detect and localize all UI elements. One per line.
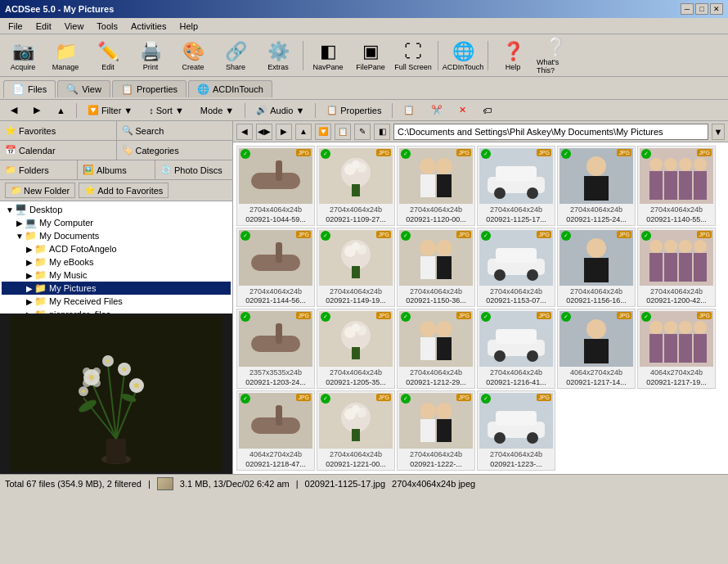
tree-my-music[interactable]: ▶ 📁 My Music xyxy=(2,268,231,282)
categories-tab[interactable]: 🏷️ Categories xyxy=(117,141,233,160)
toolbar-small-btn-3[interactable]: ▶ xyxy=(276,124,292,140)
nav-back-button[interactable]: ◀ xyxy=(3,102,25,118)
minimize-button[interactable]: ─ xyxy=(681,3,694,15)
maximize-button[interactable]: □ xyxy=(695,3,708,15)
list-item[interactable]: ✓ JPG 2704x4064x24b 020921-1140-55... xyxy=(637,146,716,226)
copy-button[interactable]: 📋 xyxy=(396,102,422,118)
calendar-tab[interactable]: 📅 Calendar xyxy=(0,141,117,160)
list-item[interactable]: ✓ JPG 2704x4064x24b 020921-1149-19... xyxy=(317,228,395,308)
help-button[interactable]: ❓ Help xyxy=(493,38,533,74)
tab-acdintouch[interactable]: 🌐 ACDInTouch xyxy=(188,80,272,97)
list-item[interactable]: ✓ JPG 4064x2704x24b 020921-1217-19... xyxy=(637,309,716,389)
toolbar-small-btn-6[interactable]: 📋 xyxy=(335,124,351,140)
menu-edit[interactable]: Edit xyxy=(31,20,56,33)
list-item[interactable]: ✓ JPG 2704x4064x24b 020921-1125-24... xyxy=(557,146,636,226)
address-input[interactable] xyxy=(393,124,708,140)
toolbar-small-btn-8[interactable]: ◧ xyxy=(374,124,390,140)
thumb-filename: 020921-1125-24... xyxy=(566,215,627,223)
tab-view[interactable]: 🔍 View xyxy=(57,80,110,97)
list-item[interactable]: ✓ JPG 4064x2704x24b 020921-1217-14... xyxy=(557,309,636,389)
favorites-tab[interactable]: ⭐ Favorites xyxy=(0,121,117,140)
svg-point-80 xyxy=(679,240,692,253)
thumb-filename: 020921-1217-19... xyxy=(646,378,707,386)
address-dropdown[interactable]: ▼ xyxy=(712,124,725,140)
photo-discs-tab[interactable]: 💿 Photo Discs xyxy=(155,160,232,179)
menu-view[interactable]: View xyxy=(60,20,89,33)
delete-button[interactable]: ✕ xyxy=(452,102,474,118)
move-button[interactable]: ✂️ xyxy=(424,102,450,118)
tree-my-computer[interactable]: ▶ 💻 My Computer xyxy=(2,216,231,229)
thumbnail-grid[interactable]: ✓ JPG 2704x4064x24b 020921-1044-59... ✓ … xyxy=(233,142,728,474)
rename-button[interactable]: 🏷 xyxy=(475,103,499,118)
nav-up-button[interactable]: ▲ xyxy=(49,103,73,118)
tree-acd-fotoangelo[interactable]: ▶ 📁 ACD FotoAngelo xyxy=(2,242,231,255)
tree-received-files[interactable]: ▶ 📁 My Received Files xyxy=(2,295,231,308)
list-item[interactable]: ✓ JPG 2357x3535x24b 020921-1203-24... xyxy=(236,309,315,389)
window-controls[interactable]: ─ □ ✕ xyxy=(681,3,723,15)
list-item[interactable]: ✓ JPG 2704x4064x24b 020921-1223-... xyxy=(477,390,555,471)
sort-button[interactable]: ↕ Sort ▼ xyxy=(142,103,191,118)
list-item[interactable]: ✓ JPG 2704x4064x24b 020921-1109-27... xyxy=(317,146,395,226)
acdintouch-button[interactable]: 🌐 ACDInTouch xyxy=(443,38,483,74)
list-item[interactable]: ✓ JPG 2704x4064x24b 020921-1150-36... xyxy=(397,228,475,308)
toolbar-small-btn-5[interactable]: 🔽 xyxy=(315,124,331,140)
toolbar-small-btn-7[interactable]: ✎ xyxy=(354,124,371,140)
nav-tabs: 📄 Files 🔍 View 📋 Properties 🌐 ACDInTouch xyxy=(0,77,728,100)
tree-picprorder[interactable]: ▶ 📁 picprorder_files xyxy=(2,308,231,314)
create-button[interactable]: 🎨 Create xyxy=(173,38,213,74)
list-item[interactable]: ✓ JPG 2704x4064x24b 020921-1144-56... xyxy=(236,228,315,308)
properties-button[interactable]: 📋 Properties xyxy=(319,102,389,118)
print-button[interactable]: 🖨️ Print xyxy=(131,38,170,74)
menu-help[interactable]: Help xyxy=(174,20,203,33)
list-item[interactable]: ✓ JPG 2704x4064x24b 020921-1120-00... xyxy=(397,146,475,226)
menu-tools[interactable]: Tools xyxy=(92,20,123,33)
type-badge: JPG xyxy=(697,231,712,238)
edit-button[interactable]: ✏️ Edit xyxy=(88,38,128,74)
list-item[interactable]: ✓ JPG 2704x4064x24b 020921-1205-35... xyxy=(317,309,395,389)
type-badge: JPG xyxy=(296,394,311,401)
tab-files[interactable]: 📄 Files xyxy=(3,80,56,98)
list-item[interactable]: ✓ JPG 2704x4064x24b 020921-1125-17... xyxy=(477,146,555,226)
tree-desktop[interactable]: ▼ 🖥️ Desktop xyxy=(2,203,231,216)
navpane-button[interactable]: ◧ NavPane xyxy=(308,38,348,74)
toolbar-small-btn-2[interactable]: ◀▶ xyxy=(256,124,272,140)
toolbar-small-btn-4[interactable]: ▲ xyxy=(295,124,312,140)
search-tab[interactable]: 🔍 Search xyxy=(117,121,233,140)
list-item[interactable]: ✓ JPG 2704x4064x24b 020921-1044-59... xyxy=(236,146,315,226)
type-badge: JPG xyxy=(697,312,712,319)
extras-button[interactable]: ⚙️ Extras xyxy=(258,38,298,74)
list-item[interactable]: ✓ JPG 2704x4064x24b 020921-1156-16... xyxy=(557,228,636,308)
list-item[interactable]: ✓ JPG 2704x4064x24b 020921-1221-00... xyxy=(317,390,395,471)
whatsthis-button[interactable]: ❔ What's This? xyxy=(536,38,575,74)
menu-activities[interactable]: Activities xyxy=(126,20,171,33)
share-button[interactable]: 🔗 Share xyxy=(216,38,255,74)
tree-my-documents[interactable]: ▼ 📁 My Documents xyxy=(2,229,231,242)
tree-my-ebooks[interactable]: ▶ 📁 My eBooks xyxy=(2,255,231,268)
tree-my-pictures[interactable]: ▶ 📁 My Pictures xyxy=(2,282,231,295)
fullscreen-button[interactable]: ⛶ Full Screen xyxy=(393,38,433,74)
audio-button[interactable]: 🔊 Audio ▼ xyxy=(249,102,312,118)
list-item[interactable]: ✓ JPG 2704x4064x24b 020921-1222-... xyxy=(397,390,475,471)
menu-file[interactable]: File xyxy=(3,20,28,33)
folder-tree[interactable]: ▼ 🖥️ Desktop ▶ 💻 My Computer ▼ 📁 My Docu… xyxy=(0,201,232,314)
list-item[interactable]: ✓ JPG 2704x4064x24b 020921-1212-29... xyxy=(397,309,475,389)
close-button[interactable]: ✕ xyxy=(710,3,723,15)
nav-forward-button[interactable]: ▶ xyxy=(26,102,47,118)
acquire-button[interactable]: 📷 Acquire xyxy=(3,38,43,74)
albums-tab[interactable]: 🖼️ Albums xyxy=(78,160,155,179)
filepane-button[interactable]: ▣ FilePane xyxy=(351,38,390,74)
add-favorites-button[interactable]: ⭐ Add to Favorites xyxy=(79,183,169,198)
tab-properties[interactable]: 📋 Properties xyxy=(112,80,186,97)
list-item[interactable]: ✓ JPG 4064x2704x24b 020921-1218-47... xyxy=(236,390,315,471)
toolbar-small-btn-1[interactable]: ◀ xyxy=(236,124,253,140)
type-badge: JPG xyxy=(296,231,311,238)
new-folder-button[interactable]: 📁 New Folder xyxy=(5,183,75,198)
folders-tab[interactable]: 📁 Folders xyxy=(0,160,78,179)
filter-button[interactable]: 🔽 Filter ▼ xyxy=(80,102,140,118)
manage-button[interactable]: 📁 Manage xyxy=(46,38,85,74)
mode-button[interactable]: Mode ▼ xyxy=(193,103,241,118)
list-item[interactable]: ✓ JPG 2704x4064x24b 020921-1200-42... xyxy=(637,228,716,308)
svg-rect-130 xyxy=(437,419,452,442)
list-item[interactable]: ✓ JPG 2704x4064x24b 020921-1216-41... xyxy=(477,309,555,389)
list-item[interactable]: ✓ JPG 2704x4064x24b 020921-1153-07... xyxy=(477,228,555,308)
